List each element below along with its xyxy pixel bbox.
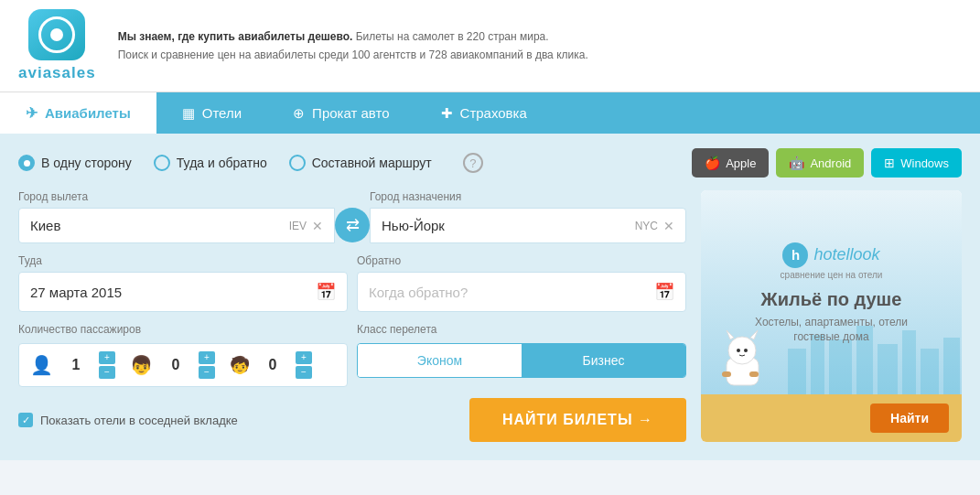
android-icon: 🤖 <box>789 156 804 170</box>
header: aviasales Мы знаем, где купить авиабилет… <box>0 0 980 92</box>
logo-icon <box>28 9 85 60</box>
svg-rect-15 <box>749 371 759 377</box>
hotel-brand: hotellook <box>813 245 879 264</box>
radio-one-way[interactable]: В одну сторону <box>18 155 132 171</box>
class-section: Класс перелета Эконом Бизнес <box>357 323 686 378</box>
header-slogan: Мы знаем, где купить авиабилеты дешево. … <box>118 27 962 65</box>
return-group: Обратно Когда обратно? 📅 <box>357 254 686 312</box>
show-hotels-label: Показать отели в соседней вкладке <box>40 414 238 427</box>
infant-decrement[interactable]: − <box>296 366 312 379</box>
trip-types: В одну сторону Туда и обратно Составной … <box>18 153 692 173</box>
ad-top: h hotellook сравнение цен на отели Жильё… <box>701 190 962 394</box>
svg-point-12 <box>737 349 740 352</box>
svg-rect-6 <box>921 349 939 394</box>
hotel-logo-icon: h <box>782 242 808 268</box>
search-button[interactable]: НАЙТИ БИЛЕТЫ → <box>469 398 686 442</box>
passengers-row: 👤 1 + − 👦 0 + − <box>18 343 348 387</box>
round-trip-label: Туда и обратно <box>177 156 267 170</box>
main-content: В одну сторону Туда и обратно Составной … <box>0 134 980 460</box>
depart-label: Туда <box>18 254 348 267</box>
hotel-desc2: гостевые дома <box>793 330 868 343</box>
svg-marker-10 <box>727 330 734 339</box>
slogan-rest: Билеты на самолет в 220 стран мира. <box>352 30 548 43</box>
origin-input[interactable]: IEV ✕ <box>18 208 335 243</box>
depart-input[interactable]: 27 марта 2015 📅 <box>18 272 348 312</box>
tab-hotels-label: Отели <box>202 105 242 121</box>
windows-button[interactable]: ⊞ Windows <box>871 148 962 178</box>
svg-marker-11 <box>750 330 758 339</box>
child-increment[interactable]: + <box>199 351 215 364</box>
economy-btn[interactable]: Эконом <box>358 344 522 377</box>
tab-hotels[interactable]: ▦ Отели <box>156 92 267 134</box>
business-btn[interactable]: Бизнес <box>522 344 685 377</box>
tab-insurance[interactable]: ✚ Страховка <box>415 92 553 134</box>
radio-round-trip-circle <box>154 155 170 171</box>
tab-car[interactable]: ⊕ Прокат авто <box>267 92 415 134</box>
dest-input[interactable]: NYC ✕ <box>370 208 686 243</box>
child-stepper: + − <box>199 351 215 379</box>
ad-find-label: Найти <box>890 411 929 425</box>
hotel-desc1: Хостелы, апартаменты, отели <box>755 314 908 330</box>
infant-icon: 🧒 <box>230 355 250 375</box>
help-icon[interactable]: ? <box>463 153 483 173</box>
svg-rect-0 <box>788 349 806 394</box>
class-buttons: Эконом Бизнес <box>357 343 686 378</box>
ad-find-button[interactable]: Найти <box>870 404 949 433</box>
child-count: 0 <box>167 357 184 373</box>
infant-increment[interactable]: + <box>296 351 312 364</box>
svg-point-13 <box>744 349 748 352</box>
hotels-icon: ▦ <box>182 105 195 122</box>
svg-rect-1 <box>811 335 824 394</box>
apple-label: Apple <box>726 156 756 170</box>
form-area: Город вылета IEV ✕ ⇄ Город назначения NY… <box>18 190 686 442</box>
swap-button[interactable]: ⇄ <box>335 208 370 242</box>
logo-area: aviasales <box>18 9 96 82</box>
search-btn-label: НАЙТИ БИЛЕТЫ → <box>502 412 653 427</box>
return-label: Обратно <box>357 254 686 267</box>
depart-value: 27 марта 2015 <box>30 285 316 300</box>
child-icon: 👦 <box>130 354 153 376</box>
radio-round-trip[interactable]: Туда и обратно <box>154 155 267 171</box>
complex-label: Составной маршрут <box>312 156 432 170</box>
hotel-sub: сравнение цен на отели <box>781 270 883 280</box>
form-ad-row: Город вылета IEV ✕ ⇄ Город назначения NY… <box>18 190 962 442</box>
depart-cal-icon[interactable]: 📅 <box>316 282 336 302</box>
return-cal-icon[interactable]: 📅 <box>654 282 674 302</box>
economy-label: Эконом <box>417 353 462 368</box>
cat-image <box>708 321 772 394</box>
app-buttons: 🍎 Apple 🤖 Android ⊞ Windows <box>692 148 962 178</box>
child-decrement[interactable]: − <box>199 366 215 379</box>
tab-flights[interactable]: ✈ Авиабилеты <box>0 92 156 134</box>
pax-class-row: Количество пассажиров 👤 1 + − 👦 0 <box>18 323 686 387</box>
hotel-tagline: Жильё по душе <box>761 289 902 310</box>
origin-clear-icon[interactable]: ✕ <box>312 219 323 233</box>
return-input[interactable]: Когда обратно? 📅 <box>357 272 686 312</box>
logo-icon-dot <box>50 28 63 41</box>
dest-clear-icon[interactable]: ✕ <box>663 219 674 233</box>
svg-rect-7 <box>943 338 960 394</box>
windows-label: Windows <box>900 156 949 170</box>
nav-tabs: ✈ Авиабилеты ▦ Отели ⊕ Прокат авто ✚ Стр… <box>0 92 980 134</box>
class-label: Класс перелета <box>357 323 686 336</box>
adult-increment[interactable]: + <box>99 351 115 364</box>
radio-complex-circle <box>289 155 306 171</box>
flights-icon: ✈ <box>26 104 38 122</box>
dest-field[interactable] <box>382 218 635 233</box>
radio-complex[interactable]: Составной маршрут <box>289 155 432 171</box>
origin-field[interactable] <box>30 218 289 233</box>
svg-rect-14 <box>722 371 731 377</box>
car-icon: ⊕ <box>293 105 305 122</box>
show-hotels-checkbox-group[interactable]: ✓ Показать отели в соседней вкладке <box>18 413 238 427</box>
tab-insurance-label: Страховка <box>460 105 527 121</box>
adult-decrement[interactable]: − <box>99 366 115 379</box>
bottom-row: ✓ Показать отели в соседней вкладке НАЙТ… <box>18 398 686 442</box>
adult-count: 1 <box>68 357 84 373</box>
android-button[interactable]: 🤖 Android <box>776 148 864 178</box>
show-hotels-checkbox[interactable]: ✓ <box>18 413 33 427</box>
svg-rect-5 <box>902 330 916 394</box>
windows-icon: ⊞ <box>884 156 895 170</box>
hotel-logo-row: h hotellook <box>782 242 879 268</box>
origin-code: IEV <box>289 220 307 232</box>
apple-button[interactable]: 🍎 Apple <box>692 148 769 178</box>
origin-group: Город вылета IEV ✕ <box>18 190 335 243</box>
